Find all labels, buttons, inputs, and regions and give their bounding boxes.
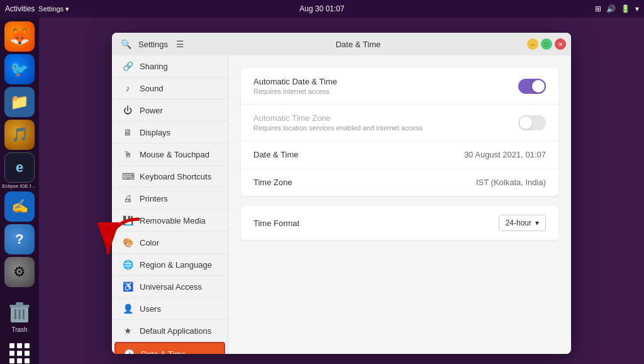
auto-timezone-label: Automatic Time Zone [253,113,423,123]
printers-icon: 🖨 [122,193,133,203]
svg-rect-2 [16,302,23,305]
titlebar-left: 🔍 Settings ☰ [117,35,189,53]
date-time-field-label: Date & Time [253,150,299,159]
time-format-label: Time Format [253,219,299,228]
content-area: Automatic Date & Time Requires internet … [228,55,571,354]
time-format-value: 24-hour [506,219,531,227]
settings-sidebar: 🔗 Sharing ♪ Sound ⏻ Power 🖥 Displays [112,55,228,354]
toggle-knob-2 [519,117,532,129]
window-title-center: Date & Time [189,38,527,50]
sidebar-item-date-time[interactable]: 🕐 Date & Time [114,342,225,354]
sidebar-label-power: Power [140,106,163,115]
dock-item-rhythmbox[interactable]: 🎵 [4,120,35,150]
settings-icon: ⚙ [13,264,26,280]
libreoffice-icon: ✍ [11,198,28,215]
sidebar-label-universal: Universal Access [140,282,202,292]
sidebar-item-users[interactable]: 👤 Users [112,298,228,320]
timezone-value: IST (Kolkata, India) [476,178,546,187]
sidebar-label-keyboard: Keyboard Shortcuts [140,172,211,181]
svg-rect-4 [19,309,21,319]
sidebar-item-displays[interactable]: 🖥 Displays [112,122,228,144]
sidebar-label-users: Users [140,304,161,314]
trash-icon [8,300,31,325]
firefox-icon: 🦊 [9,27,30,47]
sidebar-label-sound: Sound [140,84,164,93]
date-time-field-value: 30 August 2021, 01:07 [464,150,546,159]
dock-item-firefox[interactable]: 🦊 [4,21,35,52]
row-timezone-value: Time Zone IST (Kolkata, India) [241,169,558,196]
auto-date-time-label: Automatic Date & Time [253,77,337,86]
auto-date-time-sub: Requires internet access [253,88,337,95]
keyboard-icon: ⌨ [122,171,133,181]
sidebar-item-keyboard-shortcuts[interactable]: ⌨ Keyboard Shortcuts [112,166,228,188]
sidebar-item-universal-access[interactable]: ♿ Universal Access [112,276,228,298]
close-button[interactable]: ✕ [555,38,566,50]
dock-item-thunderbird[interactable]: 🐦 [4,54,35,84]
date-time-icon: 🕐 [123,349,135,354]
search-button[interactable]: 🔍 [117,35,135,53]
settings-window-title: Settings [138,40,168,49]
sidebar-label-sharing: Sharing [140,62,168,71]
settings-indicator-label: Settings [38,5,64,13]
sidebar-item-power[interactable]: ⏻ Power [112,100,228,122]
battery-icon[interactable]: 🔋 [621,4,630,13]
sidebar-item-sharing[interactable]: 🔗 Sharing [112,55,228,77]
card-datetime-settings: Automatic Date & Time Requires internet … [241,68,558,196]
row-auto-date-time: Automatic Date & Time Requires internet … [241,68,558,105]
volume-icon[interactable]: 🔊 [606,4,616,13]
dock-item-libreoffice[interactable]: ✍ [4,191,35,222]
default-apps-icon: ★ [122,326,133,336]
auto-timezone-sub: Requires location services enabled and i… [253,124,423,132]
sidebar-item-sound[interactable]: ♪ Sound [112,77,228,100]
sidebar-item-default-applications[interactable]: ★ Default Applications [112,320,228,342]
timezone-label: Time Zone [253,178,292,187]
topbar-right: ⊞ 🔊 🔋 ▾ [595,4,639,13]
toggle-knob [532,80,545,93]
dock-item-files[interactable]: 📁 [4,87,35,117]
dock-item-help[interactable]: ? [4,224,35,254]
maximize-button[interactable]: □ [541,38,552,50]
displays-icon: 🖥 [122,127,133,137]
dock-item-trash[interactable]: Trash [6,297,33,333]
window-title-text: Date & Time [336,40,381,49]
activities-button[interactable]: Activities [5,4,35,13]
mouse-icon: 🖱 [122,149,133,159]
settings-indicator-arrow: ▾ [65,5,69,13]
window-body: 🔗 Sharing ♪ Sound ⏻ Power 🖥 Displays [112,55,571,354]
menu-button[interactable]: ☰ [172,35,189,53]
sidebar-label-region: Region & Language [140,260,212,270]
dropdown-arrow-icon: ▾ [535,219,539,227]
dock-item-settings[interactable]: ⚙ [4,257,35,287]
system-menu-icon[interactable]: ▾ [635,4,639,13]
auto-date-time-toggle[interactable] [518,79,546,94]
users-icon: 👤 [122,304,133,314]
sidebar-item-mouse-touchpad[interactable]: 🖱 Mouse & Touchpad [112,144,228,166]
help-icon: ? [15,231,23,247]
eclipse-icon: e [16,161,23,174]
sharing-icon: 🔗 [122,61,133,71]
topbar-datetime: Aug 30 01:07 [299,4,344,13]
sidebar-item-printers[interactable]: 🖨 Printers [112,188,228,210]
topbar-left: Activities Settings ▾ [5,4,69,13]
sidebar-label-date-time: Date & Time [141,350,186,355]
row-date-time-value: Date & Time 30 August 2021, 01:07 [241,141,558,169]
dock-item-eclipse[interactable]: e Eclipse IDE for Java Developer... [3,152,37,189]
topbar: Activities Settings ▾ Aug 30 01:07 ⊞ 🔊 🔋… [0,0,644,18]
svg-rect-5 [23,309,25,319]
window-titlebar: 🔍 Settings ☰ Date & Time – □ ✕ [112,33,571,55]
time-format-dropdown[interactable]: 24-hour ▾ [499,215,546,231]
auto-timezone-toggle[interactable] [518,115,546,130]
row-auto-timezone: Automatic Time Zone Requires location se… [241,105,558,141]
row-time-format: Time Format 24-hour ▾ [241,206,558,240]
minimize-button[interactable]: – [527,38,538,50]
sidebar-label-default-apps: Default Applications [140,326,211,336]
window-controls: – □ ✕ [527,38,566,50]
files-icon: 📁 [10,93,29,111]
dock: 🦊 🐦 📁 🎵 e Eclipse IDE for Java Developer… [0,18,39,364]
power-icon: ⏻ [122,105,133,115]
sidebar-label-mouse: Mouse & Touchpad [140,150,209,159]
settings-indicator[interactable]: Settings ▾ [38,5,69,13]
show-applications-button[interactable] [4,338,35,364]
grid-icon[interactable]: ⊞ [595,4,601,13]
universal-access-icon: ♿ [122,282,133,292]
